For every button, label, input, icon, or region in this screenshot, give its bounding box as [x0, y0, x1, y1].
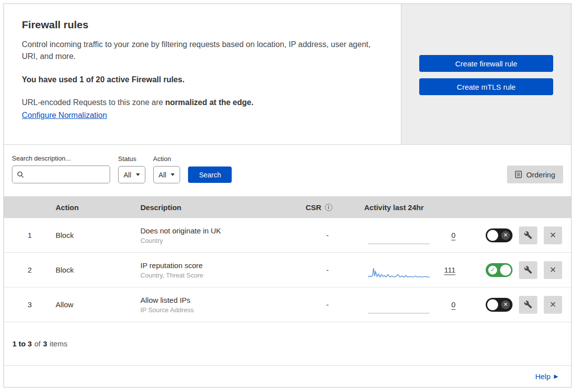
activity-sparkline — [368, 229, 430, 246]
toggle-on-check-icon: ✓ — [488, 266, 497, 275]
status-select-value: All — [124, 171, 131, 179]
help-link-label: Help — [535, 372, 551, 381]
page-title: Firewall rules — [22, 19, 383, 31]
header-activity: Activity last 24hr — [352, 203, 471, 212]
wrench-icon — [524, 300, 532, 309]
edit-rule-button[interactable] — [519, 296, 537, 314]
rule-activity-cell: 0 — [352, 294, 471, 315]
configure-normalization-link[interactable]: Configure Normalization — [22, 111, 107, 119]
toggle-knob — [500, 265, 511, 276]
normalization-bold: normalized at the edge. — [165, 98, 254, 107]
edit-rule-button[interactable] — [519, 226, 537, 244]
create-mtls-rule-button[interactable]: Create mTLS rule — [419, 78, 553, 95]
rule-controls: ✕ ✕ — [471, 226, 571, 244]
ordering-list-icon — [515, 170, 522, 178]
rule-criteria: Country, Threat Score — [140, 272, 303, 279]
rule-activity-cell: 0 — [352, 225, 471, 246]
create-firewall-rule-button[interactable]: Create firewall rule — [419, 55, 553, 72]
status-select[interactable]: All — [118, 166, 145, 183]
arrow-right-icon: ▶ — [554, 373, 558, 380]
sparkline-path — [368, 268, 430, 277]
toggle-off-x-icon: ✕ — [501, 300, 510, 309]
header-csr: CSR i — [303, 203, 352, 212]
search-input[interactable] — [27, 170, 105, 179]
search-icon — [17, 171, 24, 178]
table-header-row: Action Description CSR i Activity last 2… — [4, 196, 571, 218]
rule-description: IP reputation score — [140, 261, 303, 270]
activity-count-link[interactable]: 0 — [441, 231, 455, 239]
pagination-summary: 1 to 3 of 3 items — [4, 322, 571, 365]
ordering-button[interactable]: Ordering — [507, 166, 563, 183]
header-csr-label: CSR — [306, 203, 321, 212]
header-action: Action — [56, 203, 140, 212]
rule-description: Allow listed IPs — [140, 296, 303, 304]
firewall-rules-page: Firewall rules Control incoming traffic … — [3, 3, 572, 388]
pagination-total: 3 — [43, 339, 47, 348]
rule-priority: 1 — [4, 231, 56, 239]
toggle-off-x-icon: ✕ — [501, 231, 510, 240]
activity-count-link[interactable]: 111 — [441, 266, 455, 274]
page-description: Control incoming traffic to your zone by… — [22, 39, 375, 62]
table-row: 3 Allow Allow listed IPs IP Source Addre… — [4, 287, 571, 322]
search-field: Search description... — [12, 155, 110, 183]
status-label: Status — [118, 155, 145, 163]
help-link[interactable]: Help ▶ — [535, 372, 558, 381]
info-icon[interactable]: i — [325, 204, 332, 211]
normalization-text: URL-encoded Requests to this zone are — [22, 98, 165, 107]
rule-controls: ✓ ✕ — [471, 261, 571, 279]
delete-rule-button[interactable]: ✕ — [544, 261, 562, 279]
toggle-knob — [487, 230, 498, 241]
rule-action: Block — [56, 231, 140, 239]
action-label: Action — [153, 155, 181, 163]
chevron-down-icon — [136, 173, 140, 176]
top-section: Firewall rules Control incoming traffic … — [4, 4, 571, 145]
usage-summary: You have used 1 of 20 active Firewall ru… — [22, 75, 383, 84]
toggle-knob — [487, 299, 498, 310]
rule-csr: - — [303, 300, 352, 309]
rule-enabled-toggle[interactable]: ✕ — [486, 228, 512, 242]
filter-bar: Search description... Status All Action … — [4, 145, 571, 191]
status-field: Status All — [118, 155, 145, 183]
rule-criteria: IP Source Address — [140, 306, 303, 314]
rule-priority: 3 — [4, 300, 56, 309]
wrench-icon — [524, 266, 532, 274]
rule-enabled-toggle[interactable]: ✕ — [486, 298, 512, 312]
ordering-button-label: Ordering — [526, 170, 555, 179]
rule-description-cell: Allow listed IPs IP Source Address — [140, 296, 303, 314]
rule-action: Allow — [56, 300, 140, 309]
pagination-range: 1 to 3 — [12, 339, 32, 348]
activity-sparkline — [368, 298, 430, 315]
delete-rule-button[interactable]: ✕ — [544, 226, 562, 244]
search-button[interactable]: Search — [188, 167, 232, 183]
rule-csr: - — [303, 266, 352, 274]
activity-sparkline — [368, 264, 430, 280]
search-box[interactable] — [12, 166, 110, 183]
help-row: Help ▶ — [4, 365, 571, 387]
wrench-icon — [524, 231, 532, 239]
header-description: Description — [140, 203, 303, 212]
table-row: 1 Block Does not originate in UK Country… — [4, 218, 571, 253]
close-icon: ✕ — [550, 300, 556, 309]
action-select-value: All — [159, 171, 167, 179]
rule-activity-cell: 111 — [352, 260, 471, 280]
pagination-items: items — [50, 339, 67, 348]
rule-controls: ✕ ✕ — [471, 296, 571, 314]
delete-rule-button[interactable]: ✕ — [544, 296, 562, 314]
action-select[interactable]: All — [153, 166, 181, 183]
rule-csr: - — [303, 231, 352, 239]
rule-priority: 2 — [4, 266, 56, 274]
rule-description-cell: IP reputation score Country, Threat Scor… — [140, 261, 303, 279]
rule-enabled-toggle[interactable]: ✓ — [486, 263, 512, 277]
normalization-note: URL-encoded Requests to this zone are no… — [22, 98, 383, 107]
rule-description: Does not originate in UK — [140, 226, 303, 235]
pagination-of: of — [34, 339, 41, 348]
actions-panel: Create firewall rule Create mTLS rule — [401, 4, 571, 144]
activity-count-link[interactable]: 0 — [441, 300, 455, 309]
rules-table: Action Description CSR i Activity last 2… — [4, 196, 571, 322]
rule-description-cell: Does not originate in UK Country — [140, 226, 303, 244]
search-label: Search description... — [12, 155, 110, 162]
chevron-down-icon — [171, 173, 175, 176]
edit-rule-button[interactable] — [519, 261, 537, 279]
intro-card: Firewall rules Control incoming traffic … — [4, 4, 401, 144]
close-icon: ✕ — [550, 230, 556, 240]
